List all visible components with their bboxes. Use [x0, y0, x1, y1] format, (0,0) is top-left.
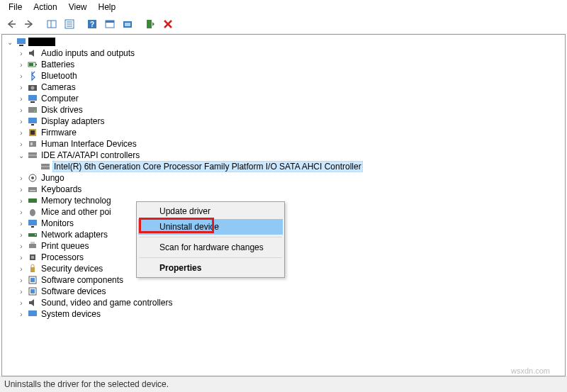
tree-category[interactable]: ›System devices — [2, 308, 565, 320]
bluetooth-icon — [27, 70, 38, 82]
menu-action[interactable]: Action — [28, 1, 62, 13]
tree-item-label: Cameras — [40, 82, 77, 92]
chevron-right-icon[interactable]: › — [16, 82, 26, 92]
cm-update-driver[interactable]: Update driver — [138, 203, 283, 219]
chevron-right-icon[interactable]: › — [16, 252, 26, 262]
network-icon — [27, 229, 38, 240]
tree-category[interactable]: ›Disk drives — [2, 104, 565, 116]
menu-file[interactable]: File — [3, 1, 28, 13]
chevron-right-icon[interactable]: › — [16, 116, 26, 126]
tree-category[interactable]: ›Bluetooth — [2, 70, 565, 82]
printer-icon — [27, 240, 38, 252]
tree-category[interactable]: ›Cameras — [2, 82, 565, 93]
chevron-right-icon[interactable]: › — [16, 230, 26, 240]
scan-button[interactable] — [119, 16, 136, 33]
battery-icon — [27, 59, 38, 70]
cm-uninstall-device[interactable]: Uninstall device — [138, 219, 283, 235]
monitor-icon — [27, 218, 38, 229]
tree-item-label: Batteries — [40, 60, 76, 69]
chevron-right-icon[interactable]: › — [16, 128, 26, 138]
chevron-right-icon[interactable]: › — [16, 48, 26, 58]
cm-separator — [139, 237, 282, 237]
chevron-right-icon[interactable]: › — [16, 241, 26, 251]
tree-root[interactable]: ⌄ — [2, 36, 565, 47]
svg-rect-13 — [17, 38, 26, 44]
tree-category[interactable]: ›Sound, video and game controllers — [2, 297, 565, 308]
display-icon — [27, 116, 38, 127]
tree-item-label: Print queues — [40, 241, 90, 251]
uninstall-device-button[interactable] — [159, 16, 176, 33]
tree-category[interactable]: ›Human Interface Devices — [2, 138, 565, 150]
menu-help[interactable]: Help — [93, 1, 122, 13]
chevron-right-icon[interactable]: › — [16, 275, 26, 285]
tree-category-expanded[interactable]: ⌄IDE ATA/ATAPI controllers — [2, 150, 565, 161]
mouse-icon — [27, 206, 38, 218]
expander-empty — [29, 162, 39, 172]
chevron-right-icon[interactable]: › — [16, 94, 26, 103]
tree-category[interactable]: ›Jungo — [2, 172, 565, 184]
software-component-icon — [27, 274, 38, 286]
context-menu: Update driver Uninstall device Scan for … — [136, 201, 285, 278]
tree-item-label: Firmware — [40, 128, 78, 138]
enable-device-button[interactable] — [142, 16, 159, 33]
chevron-down-icon[interactable]: ⌄ — [16, 150, 26, 160]
cm-scan-hardware[interactable]: Scan for hardware changes — [138, 240, 283, 255]
show-hide-button[interactable] — [43, 16, 60, 33]
svg-rect-14 — [19, 45, 23, 46]
tree-item-label: Monitors — [40, 218, 75, 228]
software-device-icon — [27, 286, 38, 297]
help-button[interactable]: ? — [84, 16, 101, 33]
properties-button[interactable] — [61, 16, 78, 33]
chevron-right-icon[interactable]: › — [16, 298, 26, 308]
chevron-down-icon[interactable]: ⌄ — [5, 37, 15, 47]
ide-icon — [27, 150, 38, 161]
chevron-right-icon[interactable]: › — [16, 309, 26, 319]
svg-rect-9 — [106, 21, 114, 23]
chevron-right-icon[interactable]: › — [16, 218, 26, 228]
chevron-right-icon[interactable]: › — [16, 173, 26, 183]
tree-category[interactable]: ›Keyboards — [2, 184, 565, 195]
tree-category[interactable]: ›Computer — [2, 93, 565, 104]
tree-category[interactable]: ›Firmware — [2, 127, 565, 138]
tree-item-label: System devices — [40, 309, 102, 319]
svg-rect-50 — [30, 278, 35, 282]
tree-category[interactable]: ›Display adapters — [2, 116, 565, 127]
tree-category[interactable]: ›Batteries — [2, 59, 565, 70]
tree-item-label: Keyboards — [40, 184, 83, 194]
svg-rect-52 — [30, 289, 35, 293]
chevron-right-icon[interactable]: › — [16, 207, 26, 217]
back-button[interactable] — [3, 16, 20, 33]
chevron-right-icon[interactable]: › — [16, 286, 26, 296]
tree-item-label: Display adapters — [40, 116, 106, 126]
chevron-right-icon[interactable]: › — [16, 196, 26, 206]
menu-view[interactable]: View — [63, 1, 93, 13]
tree-item-label: Processors — [40, 252, 85, 262]
chevron-right-icon[interactable]: › — [16, 71, 26, 81]
forward-button[interactable] — [21, 16, 38, 33]
svg-rect-16 — [35, 64, 37, 65]
watermark: wsxdn.com — [511, 366, 550, 375]
camera-icon — [27, 82, 38, 93]
svg-rect-20 — [28, 95, 37, 101]
keyboard-icon — [27, 184, 38, 195]
svg-rect-37 — [30, 190, 35, 191]
svg-rect-22 — [28, 107, 37, 113]
chevron-right-icon[interactable]: › — [16, 184, 26, 194]
svg-point-39 — [30, 209, 35, 216]
tree-category[interactable]: ›Audio inputs and outputs — [2, 47, 565, 59]
svg-rect-40 — [28, 220, 37, 225]
svg-text:?: ? — [90, 21, 94, 28]
chevron-right-icon[interactable]: › — [16, 139, 26, 149]
view-button[interactable] — [101, 16, 118, 33]
cm-properties[interactable]: Properties — [138, 260, 283, 276]
svg-rect-29 — [30, 142, 33, 145]
memory-icon — [27, 195, 38, 206]
tree-item-label: Mice and other poi — [40, 207, 113, 217]
tree-device-selected[interactable]: Intel(R) 6th Generation Core Processor F… — [2, 161, 565, 172]
chevron-right-icon[interactable]: › — [16, 60, 26, 69]
chevron-right-icon[interactable]: › — [16, 264, 26, 274]
tree-category[interactable]: ›Software devices — [2, 286, 565, 297]
svg-rect-24 — [28, 118, 37, 123]
chevron-right-icon[interactable]: › — [16, 105, 26, 115]
statusbar: Uninstalls the driver for the selected d… — [0, 376, 567, 392]
